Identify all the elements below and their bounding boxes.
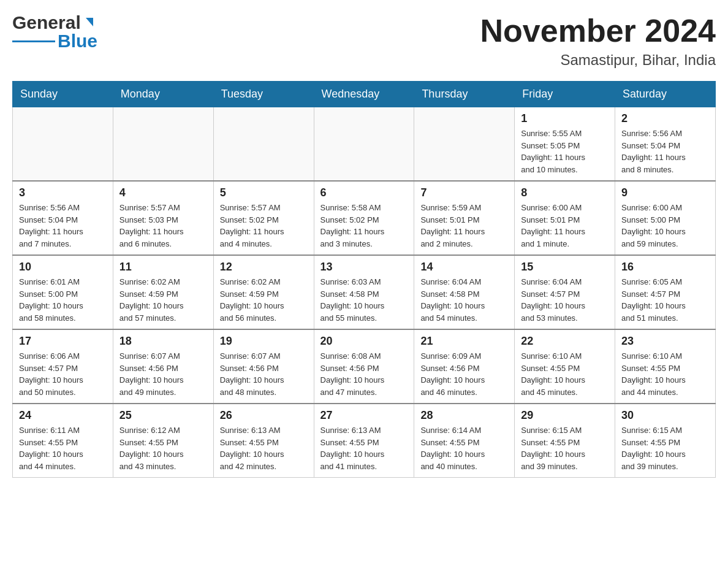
- day-number: 29: [521, 409, 609, 422]
- day-number: 9: [621, 186, 709, 199]
- calendar-cell: 29Sunrise: 6:15 AMSunset: 4:55 PMDayligh…: [515, 404, 615, 478]
- day-number: 1: [521, 112, 609, 125]
- day-number: 22: [521, 335, 609, 348]
- calendar-cell: 4Sunrise: 5:57 AMSunset: 5:03 PMDaylight…: [113, 181, 213, 255]
- calendar-table: SundayMondayTuesdayWednesdayThursdayFrid…: [12, 81, 716, 478]
- day-info: Sunrise: 5:59 AMSunset: 5:01 PMDaylight:…: [420, 202, 508, 250]
- calendar-cell: 11Sunrise: 6:02 AMSunset: 4:59 PMDayligh…: [113, 255, 213, 329]
- day-info: Sunrise: 5:55 AMSunset: 5:05 PMDaylight:…: [521, 128, 609, 175]
- day-info: Sunrise: 5:58 AMSunset: 5:02 PMDaylight:…: [320, 202, 408, 250]
- calendar-cell: 24Sunrise: 6:11 AMSunset: 4:55 PMDayligh…: [13, 404, 113, 478]
- day-info: Sunrise: 6:00 AMSunset: 5:01 PMDaylight:…: [521, 202, 609, 250]
- location-title: Samastipur, Bihar, India: [480, 52, 716, 69]
- day-number: 11: [119, 261, 207, 274]
- calendar-cell: 13Sunrise: 6:03 AMSunset: 4:58 PMDayligh…: [314, 255, 414, 329]
- calendar-week-row: 3Sunrise: 5:56 AMSunset: 5:04 PMDaylight…: [13, 181, 716, 255]
- day-info: Sunrise: 6:07 AMSunset: 4:56 PMDaylight:…: [119, 350, 207, 398]
- day-info: Sunrise: 6:07 AMSunset: 4:56 PMDaylight:…: [220, 350, 308, 398]
- day-number: 24: [19, 409, 107, 422]
- calendar-cell: 15Sunrise: 6:04 AMSunset: 4:57 PMDayligh…: [515, 255, 615, 329]
- day-number: 16: [621, 261, 709, 274]
- day-info: Sunrise: 6:08 AMSunset: 4:56 PMDaylight:…: [320, 350, 408, 398]
- day-info: Sunrise: 6:14 AMSunset: 4:55 PMDaylight:…: [420, 424, 508, 472]
- calendar-cell: 14Sunrise: 6:04 AMSunset: 4:58 PMDayligh…: [414, 255, 515, 329]
- day-number: 21: [420, 335, 508, 348]
- calendar-cell: 7Sunrise: 5:59 AMSunset: 5:01 PMDaylight…: [414, 181, 515, 255]
- day-number: 2: [621, 112, 709, 125]
- day-info: Sunrise: 5:56 AMSunset: 5:04 PMDaylight:…: [621, 128, 709, 175]
- calendar-cell: 18Sunrise: 6:07 AMSunset: 4:56 PMDayligh…: [113, 329, 213, 404]
- day-info: Sunrise: 6:02 AMSunset: 4:59 PMDaylight:…: [119, 276, 207, 324]
- calendar-cell: 2Sunrise: 5:56 AMSunset: 5:04 PMDaylight…: [615, 107, 716, 182]
- day-info: Sunrise: 6:12 AMSunset: 4:55 PMDaylight:…: [119, 424, 207, 472]
- calendar-cell: 17Sunrise: 6:06 AMSunset: 4:57 PMDayligh…: [13, 329, 113, 404]
- calendar-cell: [213, 107, 314, 182]
- weekday-header-tuesday: Tuesday: [213, 82, 314, 107]
- calendar-cell: 16Sunrise: 6:05 AMSunset: 4:57 PMDayligh…: [615, 255, 716, 329]
- calendar-cell: 25Sunrise: 6:12 AMSunset: 4:55 PMDayligh…: [113, 404, 213, 478]
- calendar-week-row: 10Sunrise: 6:01 AMSunset: 5:00 PMDayligh…: [13, 255, 716, 329]
- calendar-cell: 1Sunrise: 5:55 AMSunset: 5:05 PMDaylight…: [515, 107, 615, 182]
- day-number: 30: [621, 409, 709, 422]
- calendar-cell: 20Sunrise: 6:08 AMSunset: 4:56 PMDayligh…: [314, 329, 414, 404]
- svg-marker-0: [86, 18, 93, 26]
- day-info: Sunrise: 6:11 AMSunset: 4:55 PMDaylight:…: [19, 424, 107, 472]
- day-number: 15: [521, 261, 609, 274]
- day-number: 17: [19, 335, 107, 348]
- day-number: 7: [420, 186, 508, 199]
- day-number: 5: [220, 186, 308, 199]
- day-info: Sunrise: 6:03 AMSunset: 4:58 PMDaylight:…: [320, 276, 408, 324]
- day-number: 20: [320, 335, 408, 348]
- calendar-cell: [13, 107, 113, 182]
- calendar-cell: [314, 107, 414, 182]
- weekday-header-thursday: Thursday: [414, 82, 515, 107]
- calendar-cell: 19Sunrise: 6:07 AMSunset: 4:56 PMDayligh…: [213, 329, 314, 404]
- day-number: 12: [220, 261, 308, 274]
- day-info: Sunrise: 6:15 AMSunset: 4:55 PMDaylight:…: [521, 424, 609, 472]
- day-number: 3: [19, 186, 107, 199]
- calendar-cell: 21Sunrise: 6:09 AMSunset: 4:56 PMDayligh…: [414, 329, 515, 404]
- weekday-header-row: SundayMondayTuesdayWednesdayThursdayFrid…: [13, 82, 716, 107]
- calendar-week-row: 24Sunrise: 6:11 AMSunset: 4:55 PMDayligh…: [13, 404, 716, 478]
- day-number: 27: [320, 409, 408, 422]
- calendar-week-row: 1Sunrise: 5:55 AMSunset: 5:05 PMDaylight…: [13, 107, 716, 182]
- logo-icon: [82, 17, 96, 30]
- calendar-cell: 8Sunrise: 6:00 AMSunset: 5:01 PMDaylight…: [515, 181, 615, 255]
- day-number: 25: [119, 409, 207, 422]
- day-number: 19: [220, 335, 308, 348]
- calendar-cell: 9Sunrise: 6:00 AMSunset: 5:00 PMDaylight…: [615, 181, 716, 255]
- title-area: November 2024 Samastipur, Bihar, India: [480, 12, 716, 69]
- weekday-header-friday: Friday: [515, 82, 615, 107]
- calendar-week-row: 17Sunrise: 6:06 AMSunset: 4:57 PMDayligh…: [13, 329, 716, 404]
- calendar-cell: 12Sunrise: 6:02 AMSunset: 4:59 PMDayligh…: [213, 255, 314, 329]
- weekday-header-wednesday: Wednesday: [314, 82, 414, 107]
- day-number: 14: [420, 261, 508, 274]
- calendar-cell: 10Sunrise: 6:01 AMSunset: 5:00 PMDayligh…: [13, 255, 113, 329]
- day-number: 18: [119, 335, 207, 348]
- day-number: 26: [220, 409, 308, 422]
- logo-general: General: [12, 12, 81, 33]
- day-info: Sunrise: 6:00 AMSunset: 5:00 PMDaylight:…: [621, 202, 709, 250]
- day-info: Sunrise: 6:01 AMSunset: 5:00 PMDaylight:…: [19, 276, 107, 324]
- day-info: Sunrise: 6:09 AMSunset: 4:56 PMDaylight:…: [420, 350, 508, 398]
- calendar-cell: [113, 107, 213, 182]
- day-info: Sunrise: 5:57 AMSunset: 5:02 PMDaylight:…: [220, 202, 308, 250]
- day-info: Sunrise: 6:15 AMSunset: 4:55 PMDaylight:…: [621, 424, 709, 472]
- calendar-cell: 23Sunrise: 6:10 AMSunset: 4:55 PMDayligh…: [615, 329, 716, 404]
- day-info: Sunrise: 6:10 AMSunset: 4:55 PMDaylight:…: [621, 350, 709, 398]
- weekday-header-monday: Monday: [113, 82, 213, 107]
- calendar-cell: 26Sunrise: 6:13 AMSunset: 4:55 PMDayligh…: [213, 404, 314, 478]
- logo: General Blue: [12, 12, 97, 52]
- calendar-cell: [414, 107, 515, 182]
- day-number: 8: [521, 186, 609, 199]
- calendar-cell: 27Sunrise: 6:13 AMSunset: 4:55 PMDayligh…: [314, 404, 414, 478]
- logo-blue: Blue: [58, 31, 97, 52]
- day-info: Sunrise: 6:06 AMSunset: 4:57 PMDaylight:…: [19, 350, 107, 398]
- day-info: Sunrise: 6:04 AMSunset: 4:58 PMDaylight:…: [420, 276, 508, 324]
- day-info: Sunrise: 6:02 AMSunset: 4:59 PMDaylight:…: [220, 276, 308, 324]
- page-header: General Blue November 2024 Samastipur, B…: [12, 12, 716, 69]
- calendar-cell: 30Sunrise: 6:15 AMSunset: 4:55 PMDayligh…: [615, 404, 716, 478]
- day-info: Sunrise: 6:13 AMSunset: 4:55 PMDaylight:…: [320, 424, 408, 472]
- calendar-cell: 6Sunrise: 5:58 AMSunset: 5:02 PMDaylight…: [314, 181, 414, 255]
- day-number: 4: [119, 186, 207, 199]
